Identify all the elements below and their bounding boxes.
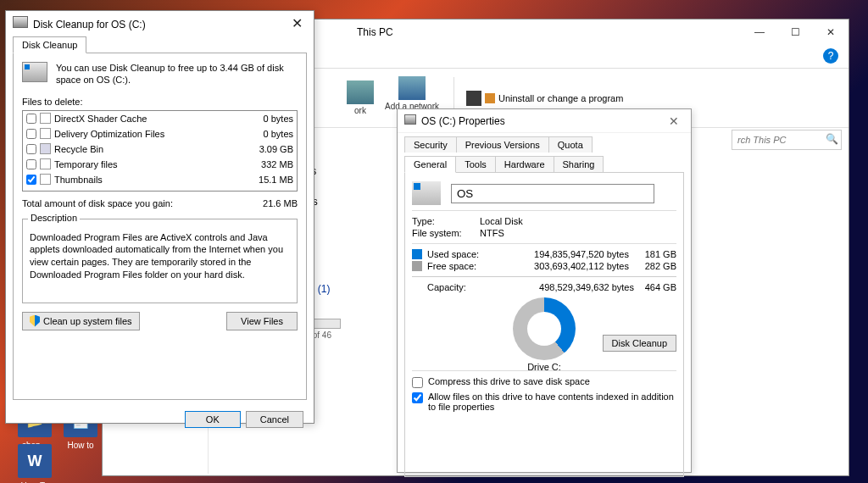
titlebar[interactable]: Disk Cleanup for OS (C:) ✕ — [6, 11, 314, 35]
minimize-button[interactable]: — — [742, 19, 777, 45]
tab-prevversions[interactable]: Previous Versions — [456, 136, 549, 153]
file-list[interactable]: DirectX Shader Cache0 bytes Delivery Opt… — [22, 110, 298, 192]
index-checkbox[interactable] — [412, 392, 423, 403]
index-label: Allow files on this drive to have conten… — [428, 391, 676, 412]
monitor-icon — [347, 80, 374, 104]
uninstall-program[interactable]: Uninstall or change a program — [466, 91, 623, 106]
tab-general[interactable]: General — [404, 156, 456, 173]
type-label: Type: — [412, 216, 480, 226]
gear-icon — [466, 91, 481, 106]
used-gb: 181 GB — [634, 249, 676, 259]
file-icon — [40, 158, 51, 169]
file-checkbox[interactable] — [26, 159, 36, 169]
close-button[interactable]: ✕ — [662, 114, 686, 128]
icon-label: How to — [67, 441, 93, 450]
view-files-button[interactable]: View Files — [226, 312, 298, 330]
tab-tools[interactable]: Tools — [455, 156, 496, 172]
file-name: Delivery Optimization Files — [54, 129, 246, 139]
capacity-label: Capacity: — [412, 282, 487, 292]
drive-name-input[interactable] — [451, 184, 654, 203]
file-icon — [40, 174, 51, 185]
dialog-title: OS (C:) Properties — [421, 115, 505, 127]
file-checkbox[interactable] — [26, 144, 36, 154]
properties-dialog: OS (C:) Properties ✕ Security Previous V… — [397, 108, 692, 473]
clean-system-files-button[interactable]: Clean up system files — [22, 312, 140, 330]
tab-security[interactable]: Security — [404, 136, 457, 153]
compress-checkbox[interactable] — [412, 377, 423, 388]
file-row[interactable]: Recycle Bin3.09 GB — [23, 142, 297, 157]
file-name: Thumbnails — [54, 175, 246, 185]
type-value: Local Disk — [480, 216, 523, 226]
total-value: 21.6 MB — [263, 198, 298, 208]
file-name: DirectX Shader Cache — [54, 114, 246, 124]
tabs-row1: Security Previous Versions Quota — [404, 136, 684, 153]
description-box: Description Downloaded Program Files are… — [22, 219, 298, 303]
capacity-bytes: 498,529,349,632 bytes — [487, 282, 634, 292]
shield-icon — [30, 315, 40, 327]
tab-panel: You can use Disk Cleanup to free up to 3… — [13, 53, 307, 400]
cleanup-message: You can use Disk Cleanup to free up to 3… — [56, 62, 298, 86]
file-name: Recycle Bin — [54, 144, 246, 154]
file-size: 0 bytes — [246, 129, 293, 139]
file-size: 15.1 MB — [246, 175, 293, 185]
file-row[interactable]: Temporary files332 MB — [23, 157, 297, 172]
drive-icon — [13, 16, 28, 28]
recyclebin-icon — [40, 143, 51, 154]
ok-button[interactable]: OK — [185, 411, 241, 428]
file-checkbox[interactable] — [26, 129, 36, 139]
drive-icon — [22, 62, 47, 82]
search-container: 🔍 — [732, 130, 842, 150]
close-button[interactable]: ✕ — [285, 15, 309, 31]
file-size: 0 bytes — [246, 114, 293, 124]
tool-programs: Uninstall or change a program — [466, 91, 623, 106]
used-bytes: 194,835,947,520 bytes — [492, 249, 629, 259]
free-label: Free space: — [427, 261, 487, 271]
tool-network[interactable]: ork — [347, 80, 374, 115]
window-controls: — ☐ ✕ — [742, 19, 849, 45]
dialog-title: Disk Cleanup for OS (C:) — [33, 19, 146, 31]
file-size: 332 MB — [246, 159, 293, 169]
tab-panel: Type:Local Disk File system:NTFS Used sp… — [404, 172, 684, 477]
help-icon[interactable]: ? — [823, 48, 838, 64]
free-gb: 282 GB — [634, 261, 676, 271]
search-icon[interactable]: 🔍 — [826, 133, 838, 145]
description-text: Downloaded Program Files are ActiveX con… — [30, 231, 290, 281]
label: Clean up system files — [43, 316, 132, 326]
capacity-gb: 464 GB — [634, 282, 676, 292]
file-icon — [40, 113, 51, 124]
used-color-icon — [412, 249, 422, 259]
tabs: Disk Cleanup — [13, 36, 307, 53]
tab-hardware[interactable]: Hardware — [495, 156, 554, 172]
total-label: Total amount of disk space you gain: — [22, 198, 173, 208]
description-legend: Description — [28, 213, 80, 223]
fs-label: File system: — [412, 228, 480, 238]
file-row[interactable]: Thumbnails15.1 MB — [23, 172, 297, 187]
used-label: Used space: — [427, 249, 487, 259]
close-button[interactable]: ✕ — [813, 19, 849, 45]
tab-disk-cleanup[interactable]: Disk Cleanup — [13, 36, 86, 53]
free-bytes: 303,693,402,112 bytes — [492, 261, 629, 271]
drive-icon — [412, 181, 441, 205]
free-color-icon — [412, 261, 422, 271]
tab-quota[interactable]: Quota — [548, 136, 593, 153]
file-icon — [40, 128, 51, 139]
cancel-button[interactable]: Cancel — [246, 411, 303, 428]
dialog-buttons: OK Cancel — [6, 407, 314, 432]
disk-cleanup-dialog: Disk Cleanup for OS (C:) ✕ Disk Cleanup … — [5, 10, 314, 424]
file-name: Temporary files — [54, 159, 246, 169]
file-checkbox[interactable] — [26, 175, 36, 185]
tab-sharing[interactable]: Sharing — [554, 156, 604, 172]
globe-icon — [398, 76, 426, 100]
file-row[interactable]: DirectX Shader Cache0 bytes — [23, 111, 297, 126]
fs-value: NTFS — [480, 228, 504, 238]
file-row[interactable]: Delivery Optimization Files0 bytes — [23, 126, 297, 142]
word-icon: W — [18, 444, 52, 478]
file-checkbox[interactable] — [26, 114, 36, 124]
maximize-button[interactable]: ☐ — [777, 19, 813, 45]
desktop-icon[interactable]: WHow To — [5, 444, 64, 483]
files-to-delete-label: Files to delete: — [22, 97, 298, 107]
tabs-row2: General Tools Hardware Sharing — [404, 156, 684, 172]
drive-icon — [404, 114, 416, 125]
titlebar[interactable]: OS (C:) Properties ✕ — [398, 109, 691, 133]
disk-cleanup-button[interactable]: Disk Cleanup — [603, 335, 676, 352]
